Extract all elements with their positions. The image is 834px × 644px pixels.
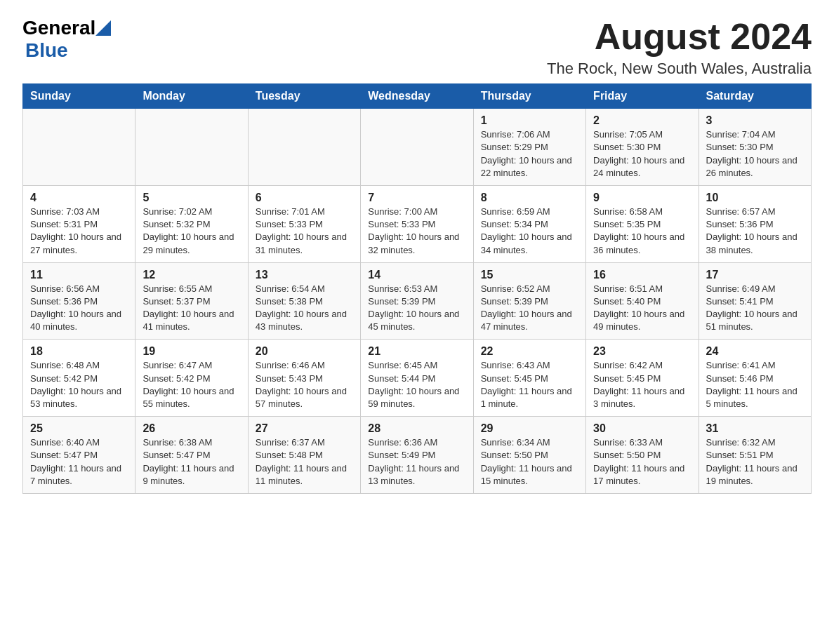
calendar-cell: 9Sunrise: 6:58 AMSunset: 5:35 PMDaylight… bbox=[586, 185, 699, 262]
calendar-cell: 28Sunrise: 6:36 AMSunset: 5:49 PMDayligh… bbox=[361, 417, 473, 494]
calendar-cell: 19Sunrise: 6:47 AMSunset: 5:42 PMDayligh… bbox=[135, 340, 248, 417]
day-number: 9 bbox=[593, 192, 691, 204]
calendar-cell: 20Sunrise: 6:46 AMSunset: 5:43 PMDayligh… bbox=[248, 340, 360, 417]
day-info: Sunrise: 6:37 AMSunset: 5:48 PMDaylight:… bbox=[256, 436, 353, 488]
weekday-header-friday: Friday bbox=[586, 84, 699, 109]
day-number: 29 bbox=[481, 422, 578, 435]
location-subtitle: The Rock, New South Wales, Australia bbox=[547, 60, 812, 78]
day-info: Sunrise: 6:51 AMSunset: 5:40 PMDaylight:… bbox=[593, 283, 691, 334]
day-info: Sunrise: 6:40 AMSunset: 5:47 PMDaylight:… bbox=[30, 436, 128, 488]
weekday-header-wednesday: Wednesday bbox=[361, 84, 473, 109]
calendar-cell: 14Sunrise: 6:53 AMSunset: 5:39 PMDayligh… bbox=[361, 262, 473, 340]
calendar-cell: 6Sunrise: 7:01 AMSunset: 5:33 PMDaylight… bbox=[248, 185, 360, 262]
day-number: 22 bbox=[481, 345, 578, 358]
calendar-cell bbox=[135, 109, 248, 186]
day-info: Sunrise: 6:53 AMSunset: 5:39 PMDaylight:… bbox=[368, 283, 465, 334]
calendar-cell bbox=[248, 109, 360, 186]
day-number: 21 bbox=[368, 345, 465, 358]
day-number: 27 bbox=[256, 422, 353, 435]
day-number: 15 bbox=[481, 269, 578, 281]
day-info: Sunrise: 6:59 AMSunset: 5:34 PMDaylight:… bbox=[481, 206, 578, 257]
day-number: 1 bbox=[481, 114, 578, 127]
day-info: Sunrise: 6:33 AMSunset: 5:50 PMDaylight:… bbox=[593, 436, 691, 488]
calendar-cell bbox=[361, 109, 473, 186]
day-number: 30 bbox=[593, 422, 691, 435]
day-info: Sunrise: 6:54 AMSunset: 5:38 PMDaylight:… bbox=[256, 283, 353, 334]
calendar-cell: 7Sunrise: 7:00 AMSunset: 5:33 PMDaylight… bbox=[361, 185, 473, 262]
weekday-header-row: SundayMondayTuesdayWednesdayThursdayFrid… bbox=[23, 84, 812, 109]
calendar-cell: 18Sunrise: 6:48 AMSunset: 5:42 PMDayligh… bbox=[23, 340, 135, 417]
calendar-body: 1Sunrise: 7:06 AMSunset: 5:29 PMDaylight… bbox=[23, 109, 812, 494]
day-info: Sunrise: 6:46 AMSunset: 5:43 PMDaylight:… bbox=[256, 359, 353, 410]
day-number: 14 bbox=[368, 269, 465, 281]
calendar-cell: 25Sunrise: 6:40 AMSunset: 5:47 PMDayligh… bbox=[23, 417, 135, 494]
calendar-cell: 26Sunrise: 6:38 AMSunset: 5:47 PMDayligh… bbox=[135, 417, 248, 494]
svg-marker-0 bbox=[95, 20, 111, 36]
day-info: Sunrise: 6:55 AMSunset: 5:37 PMDaylight:… bbox=[143, 283, 240, 334]
day-number: 5 bbox=[143, 192, 240, 204]
day-info: Sunrise: 6:34 AMSunset: 5:50 PMDaylight:… bbox=[481, 436, 578, 488]
weekday-header-monday: Monday bbox=[135, 84, 248, 109]
day-info: Sunrise: 6:56 AMSunset: 5:36 PMDaylight:… bbox=[30, 283, 128, 334]
calendar-cell: 5Sunrise: 7:02 AMSunset: 5:32 PMDaylight… bbox=[135, 185, 248, 262]
day-info: Sunrise: 6:42 AMSunset: 5:45 PMDaylight:… bbox=[593, 359, 691, 410]
day-info: Sunrise: 7:02 AMSunset: 5:32 PMDaylight:… bbox=[143, 206, 240, 257]
day-number: 6 bbox=[256, 192, 353, 204]
day-info: Sunrise: 6:36 AMSunset: 5:49 PMDaylight:… bbox=[368, 436, 465, 488]
day-info: Sunrise: 6:47 AMSunset: 5:42 PMDaylight:… bbox=[143, 359, 240, 410]
calendar-week-row: 25Sunrise: 6:40 AMSunset: 5:47 PMDayligh… bbox=[23, 417, 812, 494]
day-number: 10 bbox=[706, 192, 804, 204]
calendar-table: SundayMondayTuesdayWednesdayThursdayFrid… bbox=[22, 83, 812, 494]
day-info: Sunrise: 6:43 AMSunset: 5:45 PMDaylight:… bbox=[481, 359, 578, 410]
calendar-cell: 29Sunrise: 6:34 AMSunset: 5:50 PMDayligh… bbox=[473, 417, 585, 494]
day-number: 4 bbox=[30, 192, 128, 204]
calendar-week-row: 11Sunrise: 6:56 AMSunset: 5:36 PMDayligh… bbox=[23, 262, 812, 340]
day-info: Sunrise: 7:04 AMSunset: 5:30 PMDaylight:… bbox=[706, 128, 804, 180]
day-number: 3 bbox=[706, 114, 804, 127]
day-number: 19 bbox=[143, 345, 240, 358]
calendar-cell: 21Sunrise: 6:45 AMSunset: 5:44 PMDayligh… bbox=[361, 340, 473, 417]
calendar-week-row: 1Sunrise: 7:06 AMSunset: 5:29 PMDaylight… bbox=[23, 109, 812, 186]
day-number: 17 bbox=[706, 269, 804, 281]
logo-blue-text: Blue bbox=[25, 39, 68, 62]
weekday-header-thursday: Thursday bbox=[473, 84, 585, 109]
day-number: 2 bbox=[593, 114, 691, 127]
calendar-cell: 24Sunrise: 6:41 AMSunset: 5:46 PMDayligh… bbox=[699, 340, 811, 417]
day-number: 28 bbox=[368, 422, 465, 435]
day-number: 24 bbox=[706, 345, 804, 358]
day-info: Sunrise: 6:49 AMSunset: 5:41 PMDaylight:… bbox=[706, 283, 804, 334]
day-info: Sunrise: 7:01 AMSunset: 5:33 PMDaylight:… bbox=[256, 206, 353, 257]
day-info: Sunrise: 6:57 AMSunset: 5:36 PMDaylight:… bbox=[706, 206, 804, 257]
day-number: 23 bbox=[593, 345, 691, 358]
day-info: Sunrise: 7:06 AMSunset: 5:29 PMDaylight:… bbox=[481, 128, 578, 180]
day-info: Sunrise: 6:41 AMSunset: 5:46 PMDaylight:… bbox=[706, 359, 804, 410]
calendar-cell: 15Sunrise: 6:52 AMSunset: 5:39 PMDayligh… bbox=[473, 262, 585, 340]
calendar-cell: 17Sunrise: 6:49 AMSunset: 5:41 PMDayligh… bbox=[699, 262, 811, 340]
calendar-cell: 16Sunrise: 6:51 AMSunset: 5:40 PMDayligh… bbox=[586, 262, 699, 340]
calendar-cell: 1Sunrise: 7:06 AMSunset: 5:29 PMDaylight… bbox=[473, 109, 585, 186]
calendar-cell: 22Sunrise: 6:43 AMSunset: 5:45 PMDayligh… bbox=[473, 340, 585, 417]
title-area: August 2024 The Rock, New South Wales, A… bbox=[547, 17, 812, 78]
calendar-cell bbox=[23, 109, 135, 186]
calendar-cell: 4Sunrise: 7:03 AMSunset: 5:31 PMDaylight… bbox=[23, 185, 135, 262]
logo: General Blue bbox=[22, 17, 111, 62]
calendar-cell: 13Sunrise: 6:54 AMSunset: 5:38 PMDayligh… bbox=[248, 262, 360, 340]
day-number: 11 bbox=[30, 269, 128, 281]
calendar-cell: 27Sunrise: 6:37 AMSunset: 5:48 PMDayligh… bbox=[248, 417, 360, 494]
day-info: Sunrise: 6:38 AMSunset: 5:47 PMDaylight:… bbox=[143, 436, 240, 488]
calendar-cell: 31Sunrise: 6:32 AMSunset: 5:51 PMDayligh… bbox=[699, 417, 811, 494]
weekday-header-sunday: Sunday bbox=[23, 84, 135, 109]
calendar-week-row: 4Sunrise: 7:03 AMSunset: 5:31 PMDaylight… bbox=[23, 185, 812, 262]
month-title: August 2024 bbox=[547, 17, 812, 57]
day-info: Sunrise: 6:48 AMSunset: 5:42 PMDaylight:… bbox=[30, 359, 128, 410]
day-number: 26 bbox=[143, 422, 240, 435]
day-info: Sunrise: 6:58 AMSunset: 5:35 PMDaylight:… bbox=[593, 206, 691, 257]
day-number: 18 bbox=[30, 345, 128, 358]
calendar-cell: 12Sunrise: 6:55 AMSunset: 5:37 PMDayligh… bbox=[135, 262, 248, 340]
day-number: 13 bbox=[256, 269, 353, 281]
logo-general-text: General bbox=[22, 17, 95, 39]
page-header: General Blue August 2024 The Rock, New S… bbox=[22, 17, 812, 78]
day-info: Sunrise: 7:03 AMSunset: 5:31 PMDaylight:… bbox=[30, 206, 128, 257]
calendar-cell: 10Sunrise: 6:57 AMSunset: 5:36 PMDayligh… bbox=[699, 185, 811, 262]
weekday-header-saturday: Saturday bbox=[699, 84, 811, 109]
